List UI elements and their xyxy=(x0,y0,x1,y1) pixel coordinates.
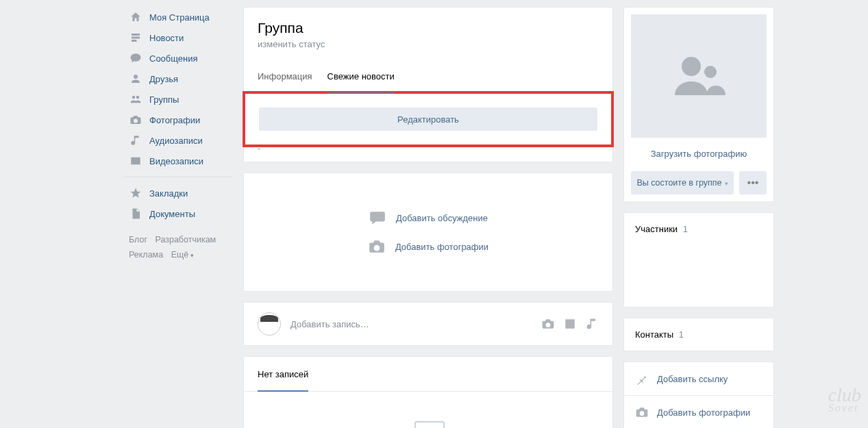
svg-point-6 xyxy=(682,57,701,76)
music-icon[interactable] xyxy=(585,317,599,331)
avatar xyxy=(258,312,281,336)
add-photos-right-label: Добавить фотографии xyxy=(657,407,750,418)
camera-icon xyxy=(635,405,649,419)
edit-highlight-box: Редактировать xyxy=(243,91,614,147)
add-content-card: Добавить обсуждение Добавить фотографии xyxy=(243,173,613,292)
add-link-label: Добавить ссылку xyxy=(657,374,728,384)
footer-developers[interactable]: Разработчикам xyxy=(156,235,216,244)
links-card: Добавить ссылку Добавить фотографии xyxy=(623,362,774,428)
nav-label: Видеозаписи xyxy=(149,156,203,166)
document-icon xyxy=(129,207,142,221)
tab-info[interactable]: Информация xyxy=(258,62,312,93)
nav-label: Новости xyxy=(149,33,184,43)
left-nav: Моя Страница Новости Сообщения Друзья Гр… xyxy=(123,7,233,428)
post-input-card: Добавить запись… xyxy=(243,302,613,346)
pin-icon xyxy=(635,372,649,386)
right-column: Загрузить фотографию Вы состоите в групп… xyxy=(623,7,774,428)
footer-links: Блог Разработчикам Реклама Ещё xyxy=(123,232,233,263)
home-icon xyxy=(129,10,142,24)
nav-audio[interactable]: Аудиозаписи xyxy=(123,130,233,151)
group-photo-placeholder[interactable] xyxy=(631,14,767,138)
edit-button[interactable]: Редактировать xyxy=(259,108,597,131)
contacts-card[interactable]: Контакты 1 xyxy=(623,318,774,351)
post-attach-icons xyxy=(541,317,599,331)
people-icon xyxy=(668,51,730,101)
contacts-title: Контакты xyxy=(635,329,673,340)
header-tabs: Информация Свежие новости xyxy=(258,62,599,94)
svg-point-7 xyxy=(704,66,717,78)
group-header-card: Группа изменить статус Информация Свежие… xyxy=(243,7,613,162)
footer-ads[interactable]: Реклама xyxy=(129,250,163,260)
add-discussion-link[interactable]: Добавить обсуждение xyxy=(258,209,599,227)
add-photos-label: Добавить фотографии xyxy=(395,242,488,252)
nav-separator xyxy=(123,177,233,177)
empty-posts-illustration xyxy=(244,392,612,428)
news-icon xyxy=(129,31,142,45)
tab-news[interactable]: Свежие новости xyxy=(327,62,395,94)
nav-photos[interactable]: Фотографии xyxy=(123,110,233,130)
nav-documents[interactable]: Документы xyxy=(123,203,233,224)
members-card[interactable]: Участники 1 xyxy=(623,212,774,307)
change-status-link[interactable]: изменить статус xyxy=(258,39,599,49)
nav-groups[interactable]: Группы xyxy=(123,89,233,110)
nav-label: Друзья xyxy=(149,74,178,84)
friend-icon xyxy=(129,72,142,86)
nav-bookmarks[interactable]: Закладки xyxy=(123,183,233,203)
nav-messages[interactable]: Сообщения xyxy=(123,48,233,68)
add-link-row[interactable]: Добавить ссылку xyxy=(624,362,773,395)
video-icon xyxy=(129,154,142,168)
nav-news[interactable]: Новости xyxy=(123,27,233,48)
main-column: Группа изменить статус Информация Свежие… xyxy=(243,7,613,428)
nav-friends[interactable]: Друзья xyxy=(123,68,233,89)
members-count: 1 xyxy=(683,224,688,234)
messages-icon xyxy=(129,51,142,65)
nav-my-page[interactable]: Моя Страница xyxy=(123,7,233,27)
speech-bubble-icon xyxy=(369,209,386,227)
add-photos-link[interactable]: Добавить фотографии xyxy=(258,238,599,255)
footer-blog[interactable]: Блог xyxy=(129,235,147,244)
nav-label: Группы xyxy=(149,95,179,105)
star-icon xyxy=(129,186,142,200)
no-posts-card: Нет записей xyxy=(243,356,613,428)
nav-label: Фотографии xyxy=(149,115,200,125)
add-photos-row[interactable]: Добавить фотографии xyxy=(624,395,773,428)
group-title: Группа xyxy=(258,20,599,36)
camera-icon[interactable] xyxy=(541,317,555,331)
members-title: Участники xyxy=(635,224,678,234)
nav-label: Моя Страница xyxy=(149,12,210,23)
music-icon xyxy=(129,134,142,147)
svg-rect-0 xyxy=(415,422,444,428)
no-posts-label: Нет записей xyxy=(258,369,308,392)
footer-more[interactable]: Ещё xyxy=(171,250,194,260)
more-actions-button[interactable]: ••• xyxy=(739,171,767,194)
post-input[interactable]: Добавить запись… xyxy=(290,319,532,329)
contacts-count: 1 xyxy=(679,329,684,340)
nav-label: Документы xyxy=(149,209,195,219)
nav-video[interactable]: Видеозаписи xyxy=(123,151,233,171)
membership-button[interactable]: Вы состоите в группе xyxy=(631,171,734,194)
groups-icon xyxy=(129,92,142,106)
group-photo-card: Загрузить фотографию Вы состоите в групп… xyxy=(623,7,774,202)
add-discussion-label: Добавить обсуждение xyxy=(396,213,488,223)
camera-icon xyxy=(368,238,386,255)
nav-label: Аудиозаписи xyxy=(149,136,203,146)
nav-label: Закладки xyxy=(149,188,188,199)
nav-label: Сообщения xyxy=(149,53,198,64)
dash-indicator: - xyxy=(244,143,612,162)
upload-photo-link[interactable]: Загрузить фотографию xyxy=(631,138,767,164)
film-icon[interactable] xyxy=(563,317,577,331)
camera-icon xyxy=(129,113,142,127)
